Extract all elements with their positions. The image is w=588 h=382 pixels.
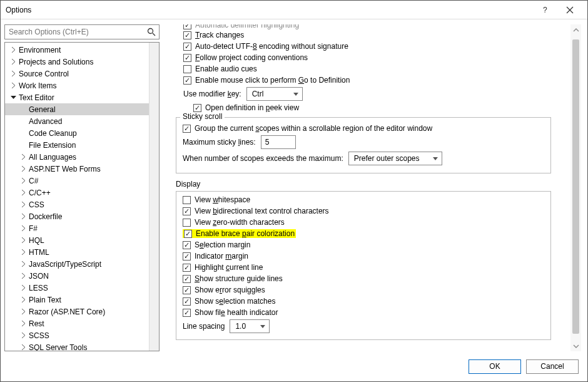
tree-item[interactable]: Code Cleanup — [5, 127, 159, 139]
scroll-up-icon[interactable] — [570, 24, 581, 35]
svg-point-3 — [148, 29, 153, 34]
tree-item[interactable]: JavaScript/TypeScript — [5, 258, 159, 270]
modifier-key-select[interactable]: Ctrl — [246, 87, 303, 101]
tree-item[interactable]: Rest — [5, 317, 159, 329]
option-label: Enable mouse click to perform Go to Defi… — [195, 76, 350, 85]
chevron-right-icon[interactable] — [19, 343, 28, 351]
help-button[interactable]: ? — [532, 1, 557, 19]
display-option-row: Show selection matches — [181, 296, 545, 307]
chevron-down-icon[interactable] — [9, 93, 18, 102]
chevron-right-icon[interactable] — [19, 188, 28, 197]
option-checkbox[interactable] — [183, 54, 191, 62]
option-checkbox[interactable] — [183, 31, 191, 39]
close-button[interactable] — [557, 1, 582, 19]
tree-item[interactable]: SCSS — [5, 329, 159, 341]
chevron-right-icon[interactable] — [19, 165, 28, 173]
option-label: Show selection matches — [195, 297, 275, 306]
option-checkbox[interactable] — [183, 207, 191, 215]
display-option-row: View bidirectional text control characte… — [181, 205, 545, 217]
tree-item[interactable]: HTML — [5, 246, 159, 258]
chevron-right-icon[interactable] — [9, 70, 18, 78]
line-spacing-select[interactable]: 1.0 — [230, 319, 270, 333]
chevron-right-icon[interactable] — [19, 272, 28, 281]
chevron-right-icon[interactable] — [19, 200, 28, 209]
chevron-right-icon[interactable] — [19, 319, 28, 328]
modifier-key-label: Use modifier key: — [183, 90, 241, 98]
chevron-right-icon[interactable] — [19, 331, 28, 340]
option-checkbox[interactable] — [183, 252, 191, 261]
option-checkbox[interactable] — [183, 286, 191, 294]
tree-item[interactable]: C# — [5, 175, 159, 187]
cancel-button[interactable]: Cancel — [526, 359, 579, 374]
display-section-label: Display — [165, 178, 570, 190]
peek-view-row: Open definition in peek view — [165, 102, 570, 113]
tree-item-label: LESS — [29, 284, 48, 292]
sticky-max-input[interactable]: 5 — [261, 135, 296, 149]
option-checkbox[interactable] — [183, 297, 191, 306]
tree-item[interactable]: Projects and Solutions — [5, 56, 159, 68]
tree-item[interactable]: JSON — [5, 270, 159, 282]
tree-item[interactable]: All Languages — [5, 151, 159, 163]
chevron-right-icon[interactable] — [19, 212, 28, 221]
tree-item[interactable]: Text Editor — [5, 91, 159, 103]
chevron-right-icon[interactable] — [19, 224, 28, 233]
option-checkbox[interactable] — [183, 264, 191, 272]
display-option-row: View zero-width characters — [181, 217, 545, 228]
chevron-right-icon[interactable] — [9, 46, 18, 54]
tree-item[interactable]: SQL Server Tools — [5, 341, 159, 351]
chevron-right-icon[interactable] — [19, 248, 28, 257]
chevron-right-icon[interactable] — [19, 284, 28, 292]
content-scrollbar[interactable] — [570, 24, 581, 351]
tree-item[interactable]: HQL — [5, 234, 159, 246]
chevron-right-icon[interactable] — [9, 81, 18, 90]
tree-item[interactable]: File Extension — [5, 139, 159, 151]
search-input[interactable] — [4, 24, 160, 39]
tree-item[interactable]: Razor (ASP.NET Core) — [5, 306, 159, 317]
ok-button[interactable]: OK — [469, 359, 521, 374]
tree-item[interactable]: CSS — [5, 199, 159, 210]
tree-item-label: C/C++ — [29, 188, 51, 197]
tree-item[interactable]: LESS — [5, 282, 159, 294]
tree-item[interactable]: Source Control — [5, 68, 159, 80]
option-checkbox[interactable] — [183, 65, 191, 73]
option-checkbox[interactable] — [183, 43, 191, 51]
tree-item[interactable]: Dockerfile — [5, 210, 159, 222]
tree-item[interactable]: Plain Text — [5, 294, 159, 306]
option-checkbox[interactable] — [183, 275, 191, 283]
options-dialog: Options ? EnvironmentProjects and Soluti… — [0, 0, 588, 382]
tree-item[interactable]: General — [5, 103, 159, 115]
auto-delimiter-checkbox[interactable] — [183, 24, 191, 29]
tree-item[interactable]: ASP.NET Web Forms — [5, 163, 159, 175]
scroll-down-icon[interactable] — [570, 341, 581, 351]
tree-item[interactable]: F# — [5, 222, 159, 234]
svg-line-4 — [153, 33, 155, 36]
scrollbar-thumb[interactable] — [572, 39, 579, 334]
chevron-right-icon[interactable] — [19, 177, 28, 185]
chevron-right-icon[interactable] — [19, 236, 28, 245]
peek-view-checkbox[interactable] — [193, 104, 201, 112]
chevron-right-icon[interactable] — [19, 153, 28, 162]
modifier-key-row: Use modifier key: Ctrl — [165, 86, 570, 102]
option-checkbox[interactable] — [183, 196, 191, 204]
sidebar: EnvironmentProjects and SolutionsSource … — [4, 24, 160, 351]
tree-item[interactable]: Work Items — [5, 80, 159, 91]
option-checkbox[interactable] — [184, 230, 192, 238]
option-checkbox[interactable] — [183, 76, 191, 85]
sticky-group-checkbox[interactable] — [183, 125, 191, 133]
auto-delimiter-label: Automatic delimiter highlighting — [195, 24, 299, 29]
option-checkbox[interactable] — [183, 309, 191, 317]
sticky-group-label: Group the current scopes within a scroll… — [195, 124, 432, 133]
option-row: Follow project coding conventions — [165, 52, 570, 63]
option-checkbox[interactable] — [183, 241, 191, 249]
chevron-right-icon[interactable] — [19, 296, 28, 304]
sticky-exceed-select[interactable]: Prefer outer scopes — [348, 152, 442, 165]
tree-item[interactable]: Advanced — [5, 115, 159, 127]
tree-item[interactable]: C/C++ — [5, 187, 159, 199]
option-label: Highlight current line — [195, 263, 263, 272]
tree-item[interactable]: Environment — [5, 44, 159, 56]
chevron-right-icon[interactable] — [19, 307, 28, 316]
tree-scrollbar[interactable] — [149, 43, 159, 351]
option-checkbox[interactable] — [183, 219, 191, 227]
chevron-right-icon[interactable] — [9, 58, 18, 66]
chevron-right-icon[interactable] — [19, 260, 28, 269]
